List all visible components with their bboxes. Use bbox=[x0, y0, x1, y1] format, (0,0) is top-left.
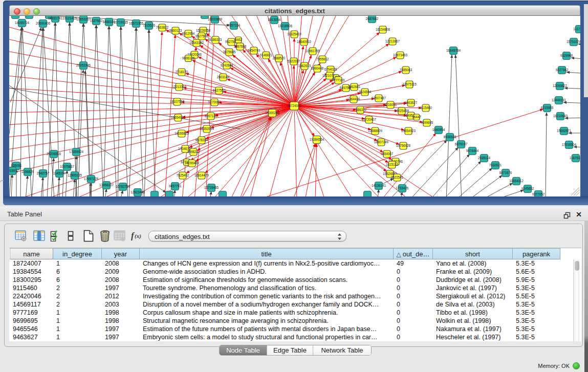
graph-node[interactable]: 9245652 bbox=[521, 185, 534, 193]
graph-node[interactable]: 9329966 bbox=[560, 52, 573, 60]
column-header-name[interactable]: name bbox=[10, 248, 53, 259]
graph-node[interactable] bbox=[219, 191, 227, 197]
graph-node[interactable]: 2867608 bbox=[234, 43, 247, 50]
graph-node[interactable]: 20691406 bbox=[36, 20, 51, 28]
graph-node[interactable]: 9170061 bbox=[208, 99, 221, 106]
graph-node[interactable]: 2718170 bbox=[176, 69, 188, 76]
graph-node[interactable]: 16210643 bbox=[553, 113, 568, 120]
network-window-titlebar[interactable]: citations_edges.txt bbox=[9, 5, 580, 16]
graph-node[interactable]: 9474444 bbox=[466, 147, 479, 155]
graph-node[interactable]: 18107553 bbox=[170, 98, 185, 105]
graph-node[interactable]: 9115460 bbox=[420, 104, 432, 112]
graph-node[interactable]: 20206516 bbox=[47, 150, 61, 158]
function-builder-button[interactable]: f (x) bbox=[131, 231, 144, 243]
graph-node[interactable]: 8990448 bbox=[311, 65, 324, 72]
graph-node[interactable]: 10961755 bbox=[306, 48, 320, 55]
column-header-pagerank[interactable]: pagerank bbox=[513, 248, 560, 259]
graph-node[interactable]: 9699695 bbox=[421, 119, 433, 126]
graph-node[interactable]: 15720407 bbox=[362, 116, 377, 123]
graph-node[interactable] bbox=[166, 191, 173, 197]
graph-node[interactable]: 8215955 bbox=[541, 104, 554, 112]
float-panel-icon[interactable] bbox=[563, 212, 571, 219]
table-row[interactable]: 946554611997Estimation of the future num… bbox=[9, 325, 573, 333]
graph-node[interactable]: 7625402 bbox=[177, 172, 189, 179]
delete-table-button[interactable] bbox=[114, 230, 125, 244]
graph-node[interactable] bbox=[26, 16, 33, 19]
tab-network-table[interactable]: Network Table bbox=[313, 345, 371, 355]
network-canvas[interactable]: 1405572420691406189317411912141610653267… bbox=[9, 16, 580, 196]
graph-node[interactable]: 10507487 bbox=[372, 95, 386, 102]
graph-node[interactable]: 2588520 bbox=[273, 55, 286, 62]
graph-node[interactable]: 3875685 bbox=[223, 49, 236, 56]
graph-node[interactable]: 13958107 bbox=[99, 182, 114, 189]
graph-node[interactable]: 19654923 bbox=[401, 127, 416, 135]
graph-node[interactable]: 19384554 bbox=[310, 136, 324, 144]
close-panel-icon[interactable]: ✕ bbox=[575, 210, 583, 218]
graph-node[interactable]: 8267130 bbox=[205, 113, 217, 120]
graph-node[interactable]: 9227342 bbox=[556, 67, 569, 74]
table-row[interactable]: 1456911722003Disruption of a novel membe… bbox=[9, 300, 573, 309]
graph-node[interactable]: 2687682 bbox=[366, 16, 379, 23]
graph-node[interactable]: 9457791 bbox=[169, 183, 182, 190]
table-row[interactable]: 911546021997Tourette syndrome. Phenomeno… bbox=[9, 284, 573, 292]
graph-node[interactable]: 8678334 bbox=[195, 137, 208, 144]
new-column-button[interactable] bbox=[82, 230, 94, 244]
graph-node[interactable]: 19654925 bbox=[171, 114, 186, 121]
show-column-button[interactable] bbox=[33, 230, 45, 244]
column-header-title[interactable]: title bbox=[140, 248, 394, 259]
graph-node[interactable]: 5462 bbox=[235, 37, 243, 43]
graph-node[interactable]: 7357224 bbox=[228, 22, 241, 30]
graph-node[interactable]: 1167533 bbox=[570, 155, 580, 162]
graph-node[interactable]: 1117352 bbox=[573, 26, 580, 33]
graph-node[interactable]: 15751074 bbox=[567, 38, 580, 46]
scrollbar-thumb[interactable] bbox=[575, 261, 579, 271]
graph-node[interactable]: 7632621 bbox=[489, 162, 502, 169]
graph-node[interactable]: 12444191 bbox=[552, 97, 567, 104]
graph-node[interactable]: 15692971 bbox=[557, 127, 572, 135]
delete-column-button[interactable] bbox=[99, 230, 111, 244]
table-row[interactable]: 1938455462009Genome-wide association stu… bbox=[9, 268, 573, 276]
graph-node[interactable] bbox=[151, 191, 159, 197]
table-row[interactable]: 1872400712008Changes of HCN gene express… bbox=[9, 259, 573, 268]
graph-node[interactable]: 3624554 bbox=[359, 89, 372, 96]
graph-node[interactable]: 9896126 bbox=[182, 55, 195, 62]
graph-node[interactable]: 8938928 bbox=[444, 134, 456, 141]
graph-node[interactable]: 10653267 bbox=[76, 16, 91, 24]
graph-node[interactable]: 9377052 bbox=[532, 191, 545, 197]
graph-node[interactable]: 1145194 bbox=[53, 170, 66, 178]
column-header-outde[interactable]: △out_de… bbox=[394, 248, 433, 259]
tab-edge-table[interactable]: Edge Table bbox=[267, 345, 313, 355]
graph-node[interactable]: 7955812 bbox=[316, 56, 329, 63]
table-mode-button[interactable] bbox=[15, 230, 27, 244]
graph-node[interactable]: 12093822 bbox=[553, 82, 568, 90]
tab-node-table[interactable]: Node Table bbox=[220, 345, 267, 355]
table-row[interactable]: 969969511998Structural magnetic resonanc… bbox=[9, 317, 573, 325]
graph-node[interactable]: 19166825 bbox=[175, 130, 189, 137]
graph-node[interactable]: 12353594 bbox=[200, 125, 214, 133]
graph-node[interactable]: 8660123 bbox=[169, 27, 182, 34]
graph-node[interactable]: 8471676 bbox=[499, 169, 512, 177]
row-height-button[interactable] bbox=[68, 230, 74, 244]
graph-node[interactable] bbox=[12, 16, 19, 19]
graph-node[interactable]: 9146821 bbox=[260, 52, 273, 59]
graph-node[interactable]: 18640910 bbox=[297, 38, 312, 46]
graph-node[interactable]: 16648784 bbox=[446, 47, 461, 55]
graph-node[interactable]: 12213967 bbox=[385, 38, 400, 45]
graph-node[interactable]: 2803144 bbox=[217, 74, 230, 81]
graph-node[interactable]: 1640954 bbox=[432, 126, 445, 134]
graph-node[interactable]: 12975115 bbox=[402, 81, 417, 88]
graph-node[interactable]: 6879197 bbox=[455, 141, 468, 148]
column-header-indegree[interactable]: in_degree bbox=[53, 248, 102, 259]
graph-node[interactable] bbox=[364, 191, 372, 197]
graph-node[interactable]: 14055724 bbox=[15, 19, 30, 27]
table-selector-dropdown[interactable]: citations_edges.txt bbox=[148, 231, 346, 242]
table-vertical-scrollbar[interactable] bbox=[573, 259, 579, 341]
column-header-short[interactable]: short bbox=[433, 248, 513, 259]
graph-node[interactable]: 7485063 bbox=[400, 67, 412, 74]
memory-status-indicator[interactable] bbox=[573, 362, 580, 369]
graph-node[interactable]: 1156829 bbox=[21, 168, 34, 176]
graph-node[interactable]: 18931741 bbox=[48, 16, 63, 23]
graph-node[interactable]: 9463627 bbox=[405, 99, 418, 106]
graph-node[interactable]: 96447 bbox=[412, 114, 421, 120]
graph-node[interactable]: 17016504 bbox=[562, 141, 577, 149]
